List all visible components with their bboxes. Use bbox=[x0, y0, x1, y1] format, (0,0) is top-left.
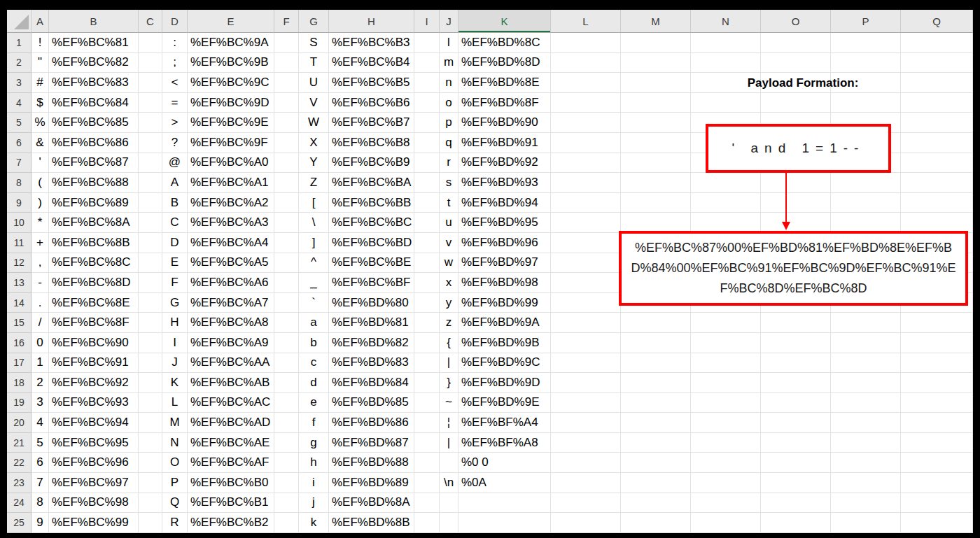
cell-J10[interactable]: u bbox=[440, 213, 458, 233]
cell-K18[interactable]: %EF%BD%9D bbox=[458, 373, 551, 393]
cell-D18[interactable]: K bbox=[162, 373, 188, 393]
cell-B13[interactable]: %EF%BC%8D bbox=[49, 273, 139, 293]
cell-C10[interactable] bbox=[139, 213, 162, 233]
cell-Q2[interactable] bbox=[901, 53, 973, 73]
row-header-15[interactable]: 15 bbox=[7, 313, 31, 333]
cell-G11[interactable]: ] bbox=[299, 233, 329, 253]
cell-K25[interactable] bbox=[458, 513, 551, 533]
cell-I1[interactable] bbox=[414, 33, 440, 53]
cell-H24[interactable]: %EF%BD%8A bbox=[329, 493, 414, 514]
cell-H14[interactable]: %EF%BD%80 bbox=[329, 293, 414, 313]
cell-C6[interactable] bbox=[139, 133, 162, 153]
cell-F9[interactable] bbox=[274, 193, 299, 213]
column-header-E[interactable]: E bbox=[188, 10, 274, 33]
cell-M4[interactable] bbox=[621, 93, 691, 113]
payload-encoded-box[interactable]: %EF%BC%87%00%EF%BD%81%EF%BD%8E%EF%BD%84%… bbox=[619, 231, 968, 306]
cell-N19[interactable] bbox=[691, 393, 761, 413]
cell-H25[interactable]: %EF%BD%8B bbox=[329, 513, 414, 533]
cell-L5[interactable] bbox=[551, 113, 621, 133]
cell-C12[interactable] bbox=[139, 253, 162, 274]
cell-N18[interactable] bbox=[691, 373, 761, 393]
cell-C11[interactable] bbox=[139, 233, 162, 253]
cell-C3[interactable] bbox=[139, 73, 162, 93]
column-header-N[interactable]: N bbox=[691, 10, 761, 33]
cell-D11[interactable]: D bbox=[162, 233, 188, 253]
cell-G7[interactable]: Y bbox=[299, 153, 329, 174]
cell-L22[interactable] bbox=[551, 453, 621, 473]
cell-E25[interactable]: %EF%BC%B2 bbox=[188, 513, 274, 533]
cell-E20[interactable]: %EF%BC%AD bbox=[188, 413, 274, 433]
cell-M20[interactable] bbox=[621, 413, 691, 433]
cell-M7[interactable] bbox=[621, 153, 691, 174]
cell-M15[interactable] bbox=[621, 313, 691, 333]
cell-N2[interactable] bbox=[691, 53, 761, 73]
cell-Q24[interactable] bbox=[901, 493, 973, 514]
cell-K11[interactable]: %EF%BD%96 bbox=[458, 233, 551, 253]
cell-D23[interactable]: P bbox=[162, 473, 188, 493]
cell-I25[interactable] bbox=[414, 513, 440, 533]
cell-N1[interactable] bbox=[691, 33, 761, 53]
cell-N4[interactable] bbox=[691, 93, 761, 113]
row-header-23[interactable]: 23 bbox=[7, 473, 31, 493]
cell-M16[interactable] bbox=[621, 333, 691, 353]
cell-B21[interactable]: %EF%BC%95 bbox=[49, 433, 139, 453]
cell-F17[interactable] bbox=[274, 353, 299, 374]
cell-O9[interactable] bbox=[761, 193, 831, 213]
cell-J25[interactable] bbox=[440, 513, 458, 533]
cell-J15[interactable]: z bbox=[440, 313, 458, 333]
cell-P9[interactable] bbox=[831, 193, 901, 213]
cell-E24[interactable]: %EF%BC%B1 bbox=[188, 493, 274, 514]
row-header-22[interactable]: 22 bbox=[7, 453, 31, 473]
cell-A25[interactable]: 9 bbox=[31, 513, 49, 533]
cell-M5[interactable] bbox=[621, 113, 691, 133]
cell-Q7[interactable] bbox=[901, 153, 973, 174]
cell-O1[interactable] bbox=[761, 33, 831, 53]
cell-I7[interactable] bbox=[414, 153, 440, 174]
row-header-24[interactable]: 24 bbox=[7, 493, 31, 514]
cell-D14[interactable]: G bbox=[162, 293, 188, 313]
cell-F2[interactable] bbox=[274, 53, 299, 73]
cell-O23[interactable] bbox=[761, 473, 831, 493]
cell-L1[interactable] bbox=[551, 33, 621, 53]
cell-Q25[interactable] bbox=[901, 513, 973, 533]
cell-G12[interactable]: ^ bbox=[299, 253, 329, 274]
cell-O24[interactable] bbox=[761, 493, 831, 514]
cell-I4[interactable] bbox=[414, 93, 440, 113]
row-header-18[interactable]: 18 bbox=[7, 373, 31, 393]
cell-E16[interactable]: %EF%BC%A9 bbox=[188, 333, 274, 353]
cell-B1[interactable]: %EF%BC%81 bbox=[49, 33, 139, 53]
cell-C24[interactable] bbox=[139, 493, 162, 514]
cell-I17[interactable] bbox=[414, 353, 440, 374]
cell-J14[interactable]: y bbox=[440, 293, 458, 313]
cell-J9[interactable]: t bbox=[440, 193, 458, 213]
cell-B11[interactable]: %EF%BC%8B bbox=[49, 233, 139, 253]
cell-D7[interactable]: @ bbox=[162, 153, 188, 174]
cell-A11[interactable]: + bbox=[31, 233, 49, 253]
cell-J20[interactable]: ¦ bbox=[440, 413, 458, 433]
cell-K1[interactable]: %EF%BD%8C bbox=[458, 33, 551, 53]
cell-H11[interactable]: %EF%BC%BD bbox=[329, 233, 414, 253]
cell-N16[interactable] bbox=[691, 333, 761, 353]
cell-A9[interactable]: ) bbox=[31, 193, 49, 213]
cell-J19[interactable]: ~ bbox=[440, 393, 458, 413]
cell-N10[interactable] bbox=[691, 213, 761, 233]
cell-E23[interactable]: %EF%BC%B0 bbox=[188, 473, 274, 493]
cell-L3[interactable] bbox=[551, 73, 621, 93]
cell-C14[interactable] bbox=[139, 293, 162, 313]
cell-F20[interactable] bbox=[274, 413, 299, 433]
cell-B15[interactable]: %EF%BC%8F bbox=[49, 313, 139, 333]
cell-D9[interactable]: B bbox=[162, 193, 188, 213]
cell-G22[interactable]: h bbox=[299, 453, 329, 473]
cell-Q16[interactable] bbox=[901, 333, 973, 353]
cell-E6[interactable]: %EF%BC%9F bbox=[188, 133, 274, 153]
cell-A14[interactable]: . bbox=[31, 293, 49, 313]
cell-P4[interactable] bbox=[831, 93, 901, 113]
cell-J22[interactable] bbox=[440, 453, 458, 473]
cell-C22[interactable] bbox=[139, 453, 162, 473]
cell-D16[interactable]: I bbox=[162, 333, 188, 353]
cell-D4[interactable]: = bbox=[162, 93, 188, 113]
cell-K8[interactable]: %EF%BD%93 bbox=[458, 173, 551, 193]
cell-P8[interactable] bbox=[831, 173, 901, 193]
cell-L6[interactable] bbox=[551, 133, 621, 153]
cell-G1[interactable]: S bbox=[299, 33, 329, 53]
